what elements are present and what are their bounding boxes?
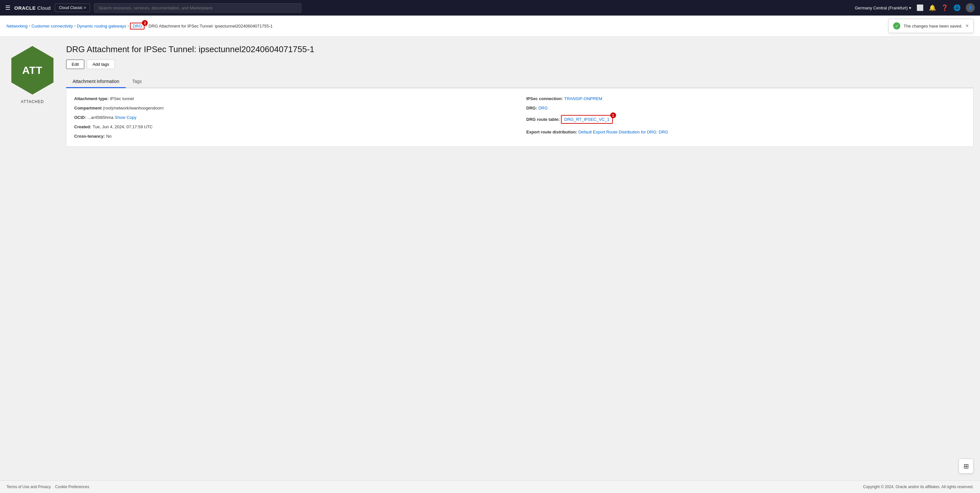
- help-widget[interactable]: ⊞: [959, 459, 974, 474]
- breadcrumb-dynamic-routing-gateways[interactable]: Dynamic routing gateways: [77, 24, 126, 29]
- chevron-down-icon: ▾: [909, 5, 911, 10]
- compartment-row: Compartment (root)/network/iwanhoogendoo…: [74, 106, 513, 111]
- toast-close-button[interactable]: ×: [966, 23, 969, 29]
- cloud-classic-button[interactable]: Cloud Classic >: [55, 3, 91, 12]
- hamburger-icon[interactable]: ☰: [5, 4, 10, 11]
- drg-route-table-label: DRG route table:: [526, 117, 560, 122]
- info-grid: Attachment type: IPSec tunnel Compartmen…: [74, 96, 966, 139]
- avatar[interactable]: 👤: [966, 3, 975, 12]
- drg-route-table-badge: 1: [610, 113, 616, 118]
- drg-row: DRG: DRG: [526, 106, 966, 111]
- toast-notification: ✓ The changes have been saved. ×: [888, 19, 974, 33]
- attachment-info-card: Attachment type: IPSec tunnel Compartmen…: [66, 88, 974, 147]
- attachment-type-label: Attachment type:: [74, 96, 108, 101]
- breadcrumb-drg-box: DRG 2: [130, 23, 145, 30]
- left-panel: ATT ATTACHED: [6, 44, 58, 474]
- tab-tags[interactable]: Tags: [126, 76, 148, 88]
- drg-link[interactable]: DRG: [538, 106, 548, 111]
- cross-tenancy-value: No: [106, 134, 112, 139]
- ocid-copy-link[interactable]: Copy: [127, 115, 137, 120]
- breadcrumb: Networking › Customer connectivity › Dyn…: [6, 23, 272, 30]
- breadcrumb-sep-3: ›: [127, 24, 129, 28]
- created-row: Created: Tue, Jun 4, 2024, 07:17:59 UTC: [74, 124, 513, 129]
- drg-route-table-box: DRG_RT_IPSEC_VC_1 1: [561, 115, 612, 124]
- export-route-row: Export route distribution: Default Expor…: [526, 130, 966, 135]
- terms-link[interactable]: Terms of Use and Privacy: [6, 485, 51, 489]
- compartment-value: (root)/network/iwanhoogendoorn: [103, 106, 164, 111]
- help-widget-icon: ⊞: [964, 462, 969, 470]
- info-col-right: IPSec connection: TRANSIP-ONPREM DRG: DR…: [526, 96, 966, 139]
- export-route-link[interactable]: Default Export Route Distribution for DR…: [579, 130, 668, 135]
- ipsec-connection-link[interactable]: TRANSIP-ONPREM: [564, 96, 603, 101]
- status-badge: ATTACHED: [21, 100, 44, 104]
- hexagon-text: ATT: [22, 65, 43, 76]
- page-title: DRG Attachment for IPSec Tunnel: ipsectu…: [66, 44, 974, 54]
- ocid-label: OCID:: [74, 115, 86, 120]
- info-col-left: Attachment type: IPSec tunnel Compartmen…: [74, 96, 513, 139]
- search-input[interactable]: [94, 3, 301, 13]
- compartment-label: Compartment: [74, 106, 102, 111]
- ocid-value: ...ar45t65hma: [88, 115, 113, 120]
- drg-badge: 2: [142, 20, 148, 26]
- export-route-label: Export route distribution:: [526, 130, 577, 135]
- cross-tenancy-label: Cross-tenancy:: [74, 134, 105, 139]
- created-value: Tue, Jun 4, 2024, 07:17:59 UTC: [93, 124, 153, 129]
- main-content: ATT ATTACHED DRG Attachment for IPSec Tu…: [0, 36, 980, 480]
- region-label: Germany Central (Frankfurt): [855, 5, 908, 10]
- breadcrumb-drg[interactable]: DRG: [132, 24, 142, 29]
- footer: Terms of Use and Privacy Cookie Preferen…: [0, 480, 980, 493]
- ipsec-connection-row: IPSec connection: TRANSIP-ONPREM: [526, 96, 966, 101]
- edit-button[interactable]: Edit: [66, 60, 84, 69]
- top-navigation: ☰ ORACLE Cloud Cloud Classic > Germany C…: [0, 0, 980, 16]
- footer-copyright: Copyright © 2024, Oracle and/or its affi…: [863, 485, 974, 489]
- region-selector[interactable]: Germany Central (Frankfurt) ▾: [855, 5, 911, 10]
- right-panel: DRG Attachment for IPSec Tunnel: ipsectu…: [66, 44, 974, 474]
- drg-label: DRG:: [526, 106, 537, 111]
- oracle-logo: ORACLE Cloud: [14, 5, 51, 11]
- attachment-type-value: IPSec tunnel: [110, 96, 134, 101]
- help-icon[interactable]: ❓: [941, 4, 948, 11]
- breadcrumb-current: DRG Attachment for IPSec Tunnel: ipsectu…: [148, 24, 272, 29]
- breadcrumb-sep-1: ›: [29, 24, 30, 28]
- hexagon-container: ATT: [10, 44, 55, 96]
- action-buttons: Edit Add tags: [66, 60, 974, 69]
- add-tags-button[interactable]: Add tags: [87, 60, 115, 69]
- toast-message: The changes have been saved.: [904, 24, 962, 29]
- monitor-icon[interactable]: ⬜: [916, 4, 924, 11]
- breadcrumb-bar: Networking › Customer connectivity › Dyn…: [0, 16, 980, 36]
- tab-attachment-information[interactable]: Attachment information: [66, 76, 126, 88]
- cookie-link[interactable]: Cookie Preferences: [55, 485, 89, 489]
- breadcrumb-sep-2: ›: [74, 24, 75, 28]
- created-label: Created:: [74, 124, 91, 129]
- ocid-row: OCID: ...ar45t65hma Show Copy: [74, 115, 513, 120]
- cross-tenancy-row: Cross-tenancy: No: [74, 134, 513, 139]
- ipsec-connection-label: IPSec connection:: [526, 96, 563, 101]
- attachment-type-row: Attachment type: IPSec tunnel: [74, 96, 513, 101]
- toast-check-icon: ✓: [893, 22, 900, 30]
- bell-icon[interactable]: 🔔: [929, 4, 936, 11]
- globe-icon[interactable]: 🌐: [953, 4, 961, 11]
- nav-right: Germany Central (Frankfurt) ▾ ⬜ 🔔 ❓ 🌐 👤: [855, 3, 975, 12]
- tabs: Attachment information Tags: [66, 76, 974, 88]
- ocid-show-link[interactable]: Show: [115, 115, 126, 120]
- drg-route-table-row: DRG route table: DRG_RT_IPSEC_VC_1 1: [526, 115, 966, 124]
- breadcrumb-customer-connectivity[interactable]: Customer connectivity: [32, 24, 73, 29]
- footer-left: Terms of Use and Privacy Cookie Preferen…: [6, 485, 89, 489]
- breadcrumb-networking[interactable]: Networking: [6, 24, 27, 29]
- hexagon-icon: ATT: [11, 46, 54, 95]
- drg-route-table-link[interactable]: DRG_RT_IPSEC_VC_1: [564, 117, 609, 122]
